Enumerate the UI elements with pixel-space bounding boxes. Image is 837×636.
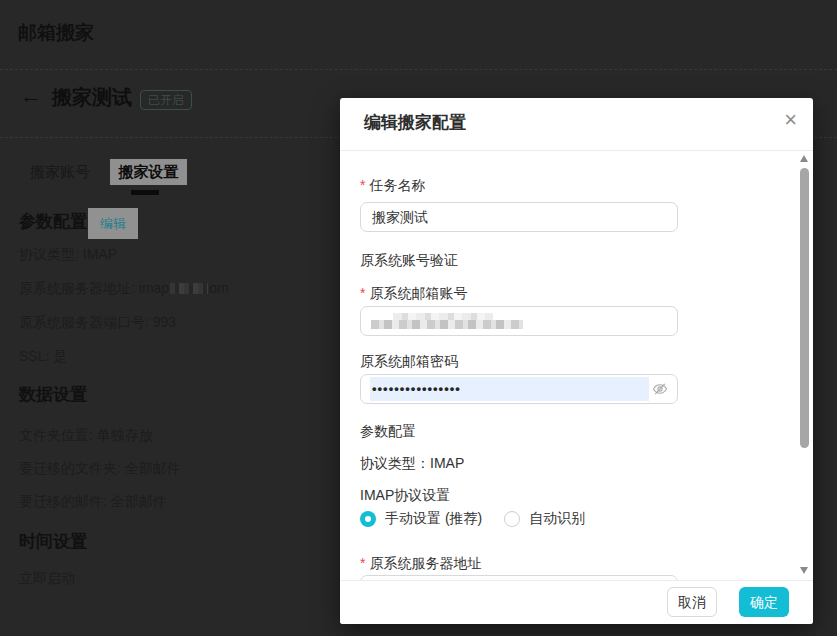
status-badge: 已开启 <box>140 90 192 110</box>
radio-auto[interactable] <box>504 511 520 527</box>
account-label-text: 原系统邮箱账号 <box>369 285 467 301</box>
edit-link[interactable]: 编辑 <box>88 208 138 239</box>
password-label: 原系统邮箱密码 <box>360 353 458 371</box>
task-name-input[interactable]: 搬家测试 <box>360 202 678 232</box>
password-input[interactable]: •••••••••••••••• <box>360 374 678 404</box>
mosaic-row <box>371 320 523 329</box>
confirm-button[interactable]: 确定 <box>739 587 789 617</box>
mosaic-row <box>393 313 493 320</box>
page-title: 邮箱搬家 <box>18 20 94 46</box>
password-dots: •••••••••••••••• <box>372 377 461 401</box>
autofill-highlight: •••••••••••••••• <box>370 377 649 401</box>
account-section-label: 原系统账号验证 <box>360 252 458 270</box>
imap-settings-label: IMAP协议设置 <box>360 487 450 505</box>
scroll-up-arrow-icon[interactable] <box>800 155 808 162</box>
ssl-line: SSL: 是 <box>19 348 67 366</box>
task-name-label: *任务名称 <box>360 177 425 195</box>
tab-migration-settings[interactable]: 搬家设置 <box>110 159 187 185</box>
screen: 邮箱搬家 ← 搬家测试 已开启 搬家账号 搬家设置 参数配置 编辑 协议类型: … <box>0 0 837 636</box>
scroll-down-arrow-icon[interactable] <box>800 567 808 574</box>
radio-auto-label[interactable]: 自动识别 <box>529 510 585 528</box>
scrollbar-thumb[interactable] <box>800 168 809 448</box>
task-title: 搬家测试 <box>52 84 132 111</box>
dashed-divider <box>0 69 837 70</box>
redacted-mosaic <box>170 283 208 294</box>
account-input[interactable] <box>360 306 678 336</box>
mails-to-migrate-line: 要迁移的邮件: 全部邮件 <box>19 493 167 511</box>
folders-to-migrate-line: 要迁移的文件夹: 全部邮件 <box>19 460 181 478</box>
dialog-footer: 取消 确定 <box>340 580 813 624</box>
server-address-label-text: 原系统服务器地址 <box>369 555 481 571</box>
close-icon[interactable]: × <box>784 109 797 131</box>
dialog-title: 编辑搬家配置 <box>364 111 466 134</box>
cancel-button[interactable]: 取消 <box>667 587 717 617</box>
server-address-line: 原系统服务器地址: imapom <box>19 280 229 298</box>
dialog-body: *任务名称 搬家测试 原系统账号验证 *原系统邮箱账号 原系统邮箱密码 ••••… <box>340 151 813 581</box>
required-mark: * <box>360 177 365 193</box>
radio-manual-label[interactable]: 手动设置 (推荐) <box>385 510 482 528</box>
section-heading-data: 数据设置 <box>19 383 87 406</box>
account-label: *原系统邮箱账号 <box>360 285 467 303</box>
edit-migration-config-dialog: 编辑搬家配置 × *任务名称 搬家测试 原系统账号验证 *原系统邮箱账号 原系统… <box>340 98 813 624</box>
section-heading-time: 时间设置 <box>19 530 87 553</box>
folder-location-line: 文件夹位置: 单独存放 <box>19 427 153 445</box>
modal-scrollbar[interactable] <box>799 153 810 579</box>
tab-migration-account[interactable]: 搬家账号 <box>30 163 90 182</box>
server-address-label: *原系统服务器地址 <box>360 555 481 573</box>
active-tab-indicator <box>131 190 159 195</box>
param-section-label: 参数配置 <box>360 423 416 441</box>
imap-mode-radio-group: 手动设置 (推荐) 自动识别 <box>360 509 585 529</box>
server-address-suffix: om <box>209 280 228 296</box>
redacted-account-mosaic <box>371 312 531 331</box>
radio-manual-selected[interactable] <box>360 511 376 527</box>
task-name-label-text: 任务名称 <box>369 177 425 193</box>
required-mark: * <box>360 285 365 301</box>
start-mode-line: 立即启动 <box>19 570 75 588</box>
server-address-prefix: 原系统服务器地址: imap <box>19 280 169 296</box>
radio-dot <box>365 516 371 522</box>
server-port-line: 原系统服务器端口号: 993 <box>19 314 176 332</box>
section-heading-params: 参数配置 <box>19 210 87 233</box>
required-mark: * <box>360 555 365 571</box>
eye-invisible-icon[interactable] <box>652 381 668 397</box>
back-arrow-icon[interactable]: ← <box>20 85 42 107</box>
task-name-value: 搬家测试 <box>372 203 428 231</box>
protocol-type-text: 协议类型：IMAP <box>360 455 464 473</box>
protocol-type-line: 协议类型: IMAP <box>19 246 117 264</box>
